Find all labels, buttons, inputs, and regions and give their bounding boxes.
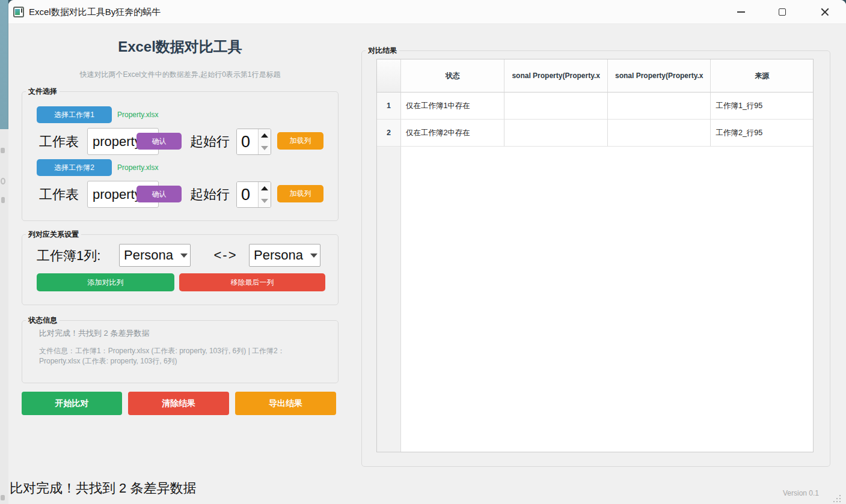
confirm-sheet2-button[interactable]: 确认 [136, 186, 182, 202]
resize-grip[interactable] [833, 495, 841, 502]
app-icon-tick [21, 8, 22, 13]
table-viewport-filler [401, 147, 813, 452]
export-results-button[interactable]: 导出结果 [235, 392, 336, 415]
cell-status: 仅在工作簿2中存在 [401, 120, 505, 147]
status-message: 比对完成！共找到 2 条差异数据 [39, 328, 149, 339]
status-info-group: 状态信息 比对完成！共找到 2 条差异数据 文件信息：工作簿1：Property… [22, 320, 339, 383]
sheet2-label: 工作表 [39, 181, 79, 208]
remove-last-column-button[interactable]: 移除最后一列 [179, 273, 325, 291]
workbook1-column-label: 工作簿1列: [37, 244, 100, 267]
start-row1-input[interactable] [237, 129, 258, 154]
select-workbook2-button[interactable]: 选择工作簿2 [37, 159, 112, 176]
load-columns2-button[interactable]: 加载列 [277, 185, 323, 202]
start-row1-arrows [258, 129, 271, 154]
results-group: 对比结果 状态 sonal Property(Property.x sonal … [361, 50, 830, 467]
row-number: 1 [377, 93, 401, 120]
start-row2-spinner[interactable] [236, 181, 271, 208]
spin-down-button[interactable] [259, 195, 271, 207]
load-columns1-button[interactable]: 加载列 [277, 132, 323, 150]
table-row[interactable]: 1 仅在工作簿1中存在 工作簿1_行95 [377, 93, 813, 120]
workbook2-column-select[interactable]: Persona [249, 244, 320, 267]
row-header-filler [377, 147, 401, 452]
row-number: 2 [377, 120, 401, 147]
sheet1-label: 工作表 [39, 128, 79, 155]
background-artifact [1, 495, 5, 500]
background-artifact [1, 148, 5, 153]
header-book2-column[interactable]: sonal Property(Property.x [608, 59, 711, 93]
corner-header-cell[interactable] [377, 59, 401, 93]
workbook2-column-value: Persona [254, 247, 309, 263]
spin-up-button[interactable] [259, 129, 271, 142]
close-button[interactable] [811, 0, 839, 24]
page-subtitle: 快速对比两个Excel文件中的数据差异,起始行0表示第1行是标题 [22, 70, 339, 80]
file-info-text: 文件信息：工作簿1：Property.xlsx (工作表: property, … [39, 346, 322, 366]
workbook1-column-value: Persona [124, 247, 179, 263]
chevron-down-icon [310, 254, 317, 258]
arrow-up-icon [261, 186, 268, 190]
results-table: 状态 sonal Property(Property.x sonal Prope… [376, 59, 814, 452]
mapping-arrow: <-> [201, 244, 250, 267]
confirm-sheet1-button[interactable]: 确认 [136, 133, 182, 150]
close-icon [820, 7, 830, 17]
cell-status: 仅在工作簿1中存在 [401, 93, 505, 120]
file-selection-group: 文件选择 选择工作簿1 Property.xlsx 工作表 确认 起始行 加载列… [22, 91, 339, 221]
cell-source: 工作簿1_行95 [711, 93, 813, 120]
cell-book1-value [504, 120, 608, 147]
background-window-sliver [0, 0, 8, 504]
minimize-icon [737, 11, 745, 13]
start-row2-arrows [258, 182, 271, 207]
header-source[interactable]: 来源 [711, 59, 813, 93]
start-row1-label: 起始行 [190, 128, 230, 155]
file-selection-group-title: 文件选择 [26, 87, 60, 97]
results-group-title: 对比结果 [366, 46, 399, 56]
clear-results-button[interactable]: 清除结果 [128, 392, 229, 415]
cell-book1-value [504, 93, 608, 120]
start-compare-button[interactable]: 开始比对 [22, 392, 122, 415]
app-window: Excel数据对比工具By狂奔的蜗牛 Excel数据对比工具 快速对比两个Exc… [8, 0, 846, 504]
table-row[interactable]: 2 仅在工作簿2中存在 工作簿2_行95 [377, 120, 813, 147]
add-column-pair-button[interactable]: 添加对比列 [37, 273, 174, 291]
minimize-button[interactable] [726, 0, 755, 24]
page-title: Excel数据对比工具 [22, 37, 339, 56]
workbook1-column-select[interactable]: Persona [119, 244, 191, 267]
column-mapping-group-title: 列对应关系设置 [26, 229, 81, 240]
table-empty-area [377, 147, 813, 452]
spin-down-button[interactable] [259, 142, 271, 154]
workbook2-filename: Property.xlsx [117, 163, 158, 172]
arrow-down-icon [261, 146, 268, 150]
window-title: Excel数据对比工具By狂奔的蜗牛 [29, 0, 161, 24]
background-artifact [1, 178, 5, 184]
statusbar-message: 比对完成！共找到 2 条差异数据 [10, 479, 196, 497]
spin-up-button[interactable] [259, 182, 271, 195]
cell-book2-value [608, 93, 711, 120]
table-header-row: 状态 sonal Property(Property.x sonal Prope… [377, 59, 813, 93]
arrow-down-icon [261, 199, 268, 203]
column-mapping-group: 列对应关系设置 工作簿1列: Persona <-> Persona 添加对比列… [22, 234, 339, 305]
header-status[interactable]: 状态 [401, 59, 505, 93]
select-workbook1-button[interactable]: 选择工作簿1 [37, 106, 112, 123]
title-bar[interactable]: Excel数据对比工具By狂奔的蜗牛 [8, 0, 846, 24]
maximize-icon [779, 8, 786, 16]
version-label: Version 0.1 [783, 489, 819, 497]
cell-source: 工作簿2_行95 [711, 120, 813, 147]
header-book1-column[interactable]: sonal Property(Property.x [504, 59, 608, 93]
status-info-group-title: 状态信息 [26, 315, 60, 326]
start-row1-spinner[interactable] [236, 129, 271, 155]
background-artifact [1, 197, 5, 203]
app-icon [13, 7, 24, 17]
arrow-up-icon [261, 133, 268, 138]
workbook1-filename: Property.xlsx [117, 111, 158, 119]
background-teal-strip [0, 0, 8, 129]
cell-book2-value [608, 120, 711, 147]
start-row2-label: 起始行 [190, 181, 230, 208]
maximize-button[interactable] [768, 0, 797, 24]
app-icon-fill [15, 9, 20, 15]
chevron-down-icon [180, 254, 188, 258]
start-row2-input[interactable] [237, 182, 258, 207]
